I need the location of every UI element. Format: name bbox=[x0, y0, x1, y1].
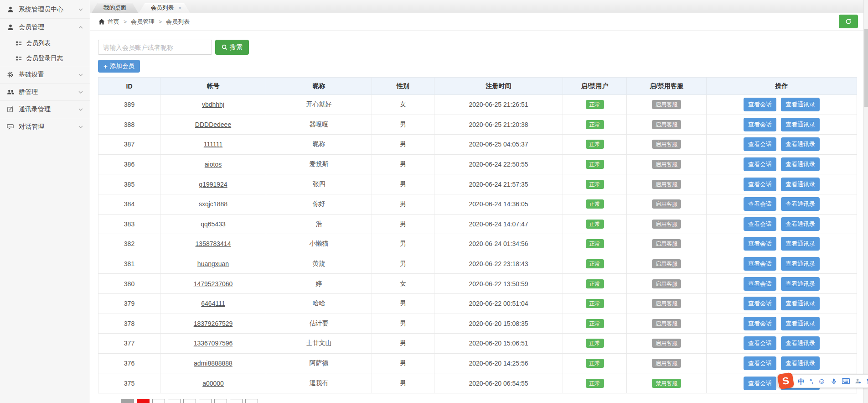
cs-status-badge[interactable]: 启用客服 bbox=[652, 299, 681, 308]
user-status-badge[interactable]: 正常 bbox=[586, 180, 604, 189]
breadcrumb-member-list[interactable]: 会员列表 bbox=[166, 18, 190, 26]
view-contacts-button[interactable]: 查看通讯录 bbox=[781, 178, 820, 191]
view-contacts-button[interactable]: 查看通讯录 bbox=[781, 257, 820, 271]
view-chat-button[interactable]: 查看会话 bbox=[744, 98, 776, 111]
refresh-button[interactable] bbox=[839, 15, 858, 28]
view-contacts-button[interactable]: 查看通讯录 bbox=[781, 217, 820, 231]
user-status-badge[interactable]: 正常 bbox=[586, 359, 604, 368]
add-member-button[interactable]: + 添加会员 bbox=[98, 60, 140, 73]
cs-status-badge[interactable]: 启用客服 bbox=[652, 180, 681, 189]
sidebar-item-system-admin-center[interactable]: 系统管理员中心 bbox=[0, 1, 90, 18]
account-link[interactable]: a00000 bbox=[202, 380, 224, 387]
view-chat-button[interactable]: 查看会话 bbox=[744, 257, 776, 271]
view-contacts-button[interactable]: 查看通讯录 bbox=[781, 118, 820, 131]
account-link[interactable]: 18379267529 bbox=[194, 320, 233, 327]
view-chat-button[interactable]: 查看会话 bbox=[744, 118, 776, 131]
page-number-button[interactable] bbox=[183, 399, 196, 403]
user-status-badge[interactable]: 正常 bbox=[586, 239, 604, 248]
page-prev-button[interactable] bbox=[121, 399, 134, 403]
user-status-badge[interactable]: 正常 bbox=[586, 279, 604, 288]
view-chat-button[interactable]: 查看会话 bbox=[744, 217, 776, 231]
scrollbar-thumb[interactable] bbox=[864, 29, 868, 107]
view-contacts-button[interactable]: 查看通讯录 bbox=[781, 98, 820, 111]
account-link[interactable]: g1991924 bbox=[199, 181, 227, 188]
view-chat-button[interactable]: 查看会话 bbox=[744, 317, 776, 330]
view-chat-button[interactable]: 查看会话 bbox=[744, 377, 776, 390]
account-link[interactable]: huangxuan bbox=[197, 260, 229, 267]
user-status-badge[interactable]: 正常 bbox=[586, 259, 604, 268]
search-button[interactable]: 搜索 bbox=[215, 40, 249, 55]
page-number-button[interactable] bbox=[245, 399, 258, 403]
cs-status-badge[interactable]: 启用客服 bbox=[652, 100, 681, 109]
microphone-icon[interactable] bbox=[831, 378, 837, 385]
sidebar-item-member-login-log[interactable]: 会员登录日志 bbox=[0, 51, 90, 66]
account-link[interactable]: DDDDedeee bbox=[195, 121, 231, 128]
cs-status-badge[interactable]: 启用客服 bbox=[652, 319, 681, 328]
cs-status-badge[interactable]: 启用客服 bbox=[652, 220, 681, 229]
user-status-badge[interactable]: 正常 bbox=[586, 339, 604, 348]
cs-status-badge[interactable]: 禁用客服 bbox=[652, 379, 681, 388]
view-chat-button[interactable]: 查看会话 bbox=[744, 277, 776, 291]
user-status-badge[interactable]: 正常 bbox=[586, 220, 604, 229]
tab-my-desktop[interactable]: 我的桌面 bbox=[92, 3, 138, 13]
view-contacts-button[interactable]: 查看通讯录 bbox=[781, 336, 820, 350]
breadcrumb-member-management[interactable]: 会员管理 bbox=[131, 18, 155, 26]
close-icon[interactable]: × bbox=[178, 5, 182, 11]
user-settings-icon[interactable] bbox=[855, 378, 861, 384]
account-link[interactable]: sxqjc1888 bbox=[199, 200, 227, 208]
emoji-icon[interactable]: ☺ bbox=[818, 377, 826, 385]
account-link[interactable]: 6464111 bbox=[201, 300, 225, 307]
user-status-badge[interactable]: 正常 bbox=[586, 199, 604, 209]
user-status-badge[interactable]: 正常 bbox=[586, 120, 604, 129]
sidebar-item-group-management[interactable]: 群管理 bbox=[0, 83, 90, 100]
page-number-button[interactable] bbox=[214, 399, 227, 403]
account-link[interactable]: aiotos bbox=[205, 161, 222, 168]
page-number-button[interactable] bbox=[168, 399, 181, 403]
view-chat-button[interactable]: 查看会话 bbox=[744, 297, 776, 310]
cs-status-badge[interactable]: 启用客服 bbox=[652, 339, 681, 348]
cs-status-badge[interactable]: 启用客服 bbox=[652, 120, 681, 129]
sogou-logo-icon[interactable]: S bbox=[777, 372, 795, 390]
tab-member-list[interactable]: 会员列表 × bbox=[139, 3, 190, 13]
account-link[interactable]: admi8888888 bbox=[194, 360, 232, 367]
view-contacts-button[interactable]: 查看通讯录 bbox=[781, 317, 820, 330]
user-status-badge[interactable]: 正常 bbox=[586, 319, 604, 328]
user-status-badge[interactable]: 正常 bbox=[586, 299, 604, 308]
view-chat-button[interactable]: 查看会话 bbox=[744, 356, 776, 370]
view-contacts-button[interactable]: 查看通讯录 bbox=[781, 277, 820, 291]
view-chat-button[interactable]: 查看会话 bbox=[744, 157, 776, 171]
view-contacts-button[interactable]: 查看通讯录 bbox=[781, 237, 820, 251]
view-contacts-button[interactable]: 查看通讯录 bbox=[781, 137, 820, 151]
page-active-button[interactable] bbox=[137, 399, 150, 403]
account-link[interactable]: 1358783414 bbox=[196, 240, 231, 247]
user-status-badge[interactable]: 正常 bbox=[586, 100, 604, 109]
cs-status-badge[interactable]: 启用客服 bbox=[652, 160, 681, 169]
user-status-badge[interactable]: 正常 bbox=[586, 140, 604, 149]
account-link[interactable]: 14795237060 bbox=[194, 280, 233, 288]
account-link[interactable]: 13367097596 bbox=[194, 340, 233, 347]
account-link[interactable]: vbdhhhj bbox=[202, 101, 224, 108]
view-chat-button[interactable]: 查看会话 bbox=[744, 197, 776, 211]
view-chat-button[interactable]: 查看会话 bbox=[744, 237, 776, 251]
keyboard-icon[interactable] bbox=[842, 378, 850, 384]
cs-status-badge[interactable]: 启用客服 bbox=[652, 239, 681, 248]
sidebar-item-member-management[interactable]: 会员管理 bbox=[0, 18, 90, 36]
cs-status-badge[interactable]: 启用客服 bbox=[652, 359, 681, 368]
sidebar-item-dialog-management[interactable]: 对话管理 bbox=[0, 118, 90, 135]
ime-punctuation-icon[interactable]: °, bbox=[810, 378, 813, 384]
view-contacts-button[interactable]: 查看通讯录 bbox=[781, 297, 820, 310]
vertical-scrollbar[interactable] bbox=[863, 0, 868, 403]
sidebar-item-member-list[interactable]: 会员列表 bbox=[0, 36, 90, 51]
account-link[interactable]: qq65433 bbox=[201, 220, 226, 228]
page-number-button[interactable] bbox=[152, 399, 165, 403]
cs-status-badge[interactable]: 启用客服 bbox=[652, 279, 681, 288]
view-chat-button[interactable]: 查看会话 bbox=[744, 336, 776, 350]
breadcrumb-home[interactable]: 首页 bbox=[108, 18, 119, 26]
view-contacts-button[interactable]: 查看通讯录 bbox=[781, 197, 820, 211]
page-number-button[interactable] bbox=[230, 399, 243, 403]
cs-status-badge[interactable]: 启用客服 bbox=[652, 140, 681, 149]
view-contacts-button[interactable]: 查看通讯录 bbox=[781, 356, 820, 370]
view-contacts-button[interactable]: 查看通讯录 bbox=[781, 157, 820, 171]
search-input[interactable] bbox=[98, 40, 212, 55]
cs-status-badge[interactable]: 启用客服 bbox=[652, 259, 681, 268]
